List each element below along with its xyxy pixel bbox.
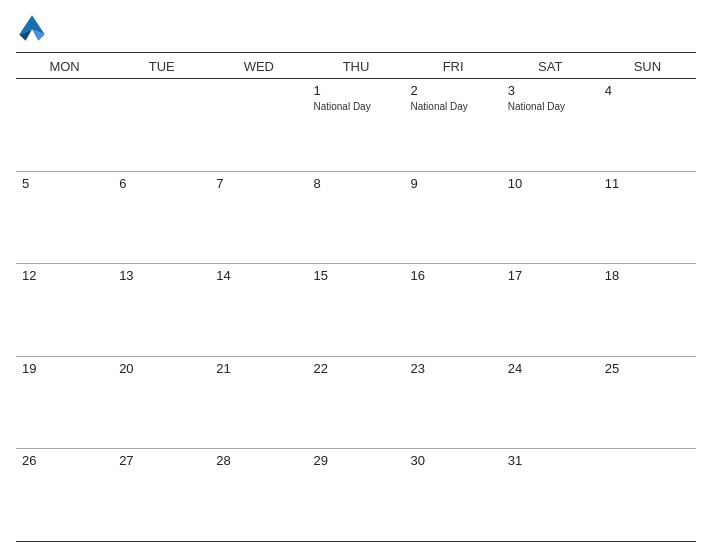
day-number: 21 xyxy=(216,361,301,376)
day-number: 14 xyxy=(216,268,301,283)
day-cell: 1National Day xyxy=(307,79,404,171)
day-cell: 31 xyxy=(502,449,599,541)
week-row-4: 19202122232425 xyxy=(16,357,696,450)
day-cell: 28 xyxy=(210,449,307,541)
day-number: 25 xyxy=(605,361,690,376)
day-cell: 19 xyxy=(16,357,113,449)
day-header-mon: MON xyxy=(16,57,113,76)
day-number: 9 xyxy=(411,176,496,191)
day-cell: 15 xyxy=(307,264,404,356)
day-event: National Day xyxy=(411,100,496,113)
day-cell: 5 xyxy=(16,172,113,264)
day-cell xyxy=(210,79,307,171)
day-cell: 25 xyxy=(599,357,696,449)
day-number: 13 xyxy=(119,268,204,283)
weeks: 1National Day2National Day3National Day4… xyxy=(16,79,696,542)
day-cell: 8 xyxy=(307,172,404,264)
day-cell: 7 xyxy=(210,172,307,264)
day-number: 31 xyxy=(508,453,593,468)
day-number: 27 xyxy=(119,453,204,468)
day-cell: 20 xyxy=(113,357,210,449)
day-cell: 4 xyxy=(599,79,696,171)
day-number: 10 xyxy=(508,176,593,191)
day-header-thu: THU xyxy=(307,57,404,76)
day-number: 2 xyxy=(411,83,496,98)
day-number: 28 xyxy=(216,453,301,468)
day-cell: 21 xyxy=(210,357,307,449)
day-cell: 13 xyxy=(113,264,210,356)
day-header-sun: SUN xyxy=(599,57,696,76)
day-number: 24 xyxy=(508,361,593,376)
day-cell: 6 xyxy=(113,172,210,264)
day-cell: 12 xyxy=(16,264,113,356)
day-cell: 26 xyxy=(16,449,113,541)
day-event: National Day xyxy=(508,100,593,113)
day-cell: 27 xyxy=(113,449,210,541)
day-cell: 9 xyxy=(405,172,502,264)
day-cell: 16 xyxy=(405,264,502,356)
day-number: 12 xyxy=(22,268,107,283)
day-cell: 3National Day xyxy=(502,79,599,171)
day-number: 6 xyxy=(119,176,204,191)
day-number: 19 xyxy=(22,361,107,376)
day-cell: 23 xyxy=(405,357,502,449)
day-number: 20 xyxy=(119,361,204,376)
day-number: 8 xyxy=(313,176,398,191)
day-number: 16 xyxy=(411,268,496,283)
day-cell: 30 xyxy=(405,449,502,541)
day-cell: 11 xyxy=(599,172,696,264)
day-header-sat: SAT xyxy=(502,57,599,76)
week-row-3: 12131415161718 xyxy=(16,264,696,357)
day-cell xyxy=(113,79,210,171)
day-cell xyxy=(599,449,696,541)
day-number: 17 xyxy=(508,268,593,283)
day-header-wed: WED xyxy=(210,57,307,76)
day-number: 26 xyxy=(22,453,107,468)
logo xyxy=(16,12,52,44)
day-number: 18 xyxy=(605,268,690,283)
day-cell: 17 xyxy=(502,264,599,356)
day-number: 7 xyxy=(216,176,301,191)
logo-icon xyxy=(16,12,48,44)
day-number: 22 xyxy=(313,361,398,376)
day-number: 15 xyxy=(313,268,398,283)
day-cell: 18 xyxy=(599,264,696,356)
calendar-grid: MONTUEWEDTHUFRISATSUN 1National Day2Nati… xyxy=(16,53,696,542)
day-number: 30 xyxy=(411,453,496,468)
week-row-5: 262728293031 xyxy=(16,449,696,542)
day-number: 5 xyxy=(22,176,107,191)
day-number: 11 xyxy=(605,176,690,191)
day-header-tue: TUE xyxy=(113,57,210,76)
day-number: 4 xyxy=(605,83,690,98)
day-cell xyxy=(16,79,113,171)
day-cell: 2National Day xyxy=(405,79,502,171)
day-cell: 14 xyxy=(210,264,307,356)
day-cell: 29 xyxy=(307,449,404,541)
day-headers: MONTUEWEDTHUFRISATSUN xyxy=(16,53,696,79)
week-row-1: 1National Day2National Day3National Day4 xyxy=(16,79,696,172)
calendar-header xyxy=(16,12,696,44)
day-header-fri: FRI xyxy=(405,57,502,76)
day-cell: 24 xyxy=(502,357,599,449)
day-number: 23 xyxy=(411,361,496,376)
calendar-container: MONTUEWEDTHUFRISATSUN 1National Day2Nati… xyxy=(0,0,712,550)
day-number: 1 xyxy=(313,83,398,98)
day-event: National Day xyxy=(313,100,398,113)
day-number: 3 xyxy=(508,83,593,98)
day-cell: 10 xyxy=(502,172,599,264)
day-cell: 22 xyxy=(307,357,404,449)
week-row-2: 567891011 xyxy=(16,172,696,265)
day-number: 29 xyxy=(313,453,398,468)
